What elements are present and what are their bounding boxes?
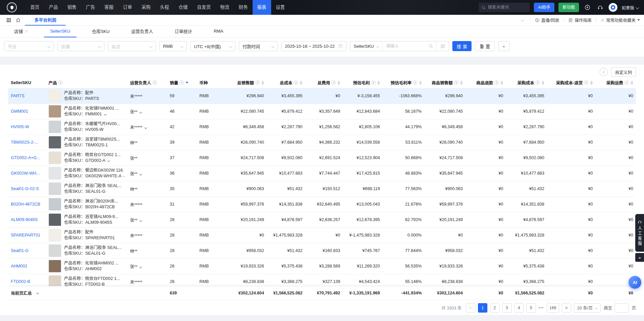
timezone-select[interactable]: UTC +8(中国)	[190, 41, 235, 51]
product-thumbnail[interactable]	[49, 151, 61, 164]
download-icon[interactable]	[583, 3, 592, 12]
product-thumbnail[interactable]	[49, 120, 61, 133]
pagination-ellipsis[interactable]: •••	[539, 306, 544, 310]
global-search[interactable]	[479, 3, 530, 12]
sorter-icon[interactable]	[377, 81, 380, 85]
help-icon[interactable]: ?	[536, 80, 540, 85]
collapse-sidebar-button[interactable]: »	[635, 253, 644, 262]
nav-item-orders[interactable]: 订单	[118, 0, 137, 15]
sorter-icon[interactable]	[501, 81, 503, 85]
product-thumbnail[interactable]	[49, 244, 61, 257]
jump-page-input[interactable]	[615, 303, 629, 313]
nav-item-settings[interactable]: 设置	[271, 0, 290, 15]
sku-link[interactable]: GK002W-WH...	[11, 171, 40, 176]
home-icon[interactable]	[13, 15, 23, 25]
page-button-3[interactable]: 3	[502, 303, 512, 313]
page-button-166[interactable]: 166	[547, 303, 559, 313]
new-features-button[interactable]: 新功能	[558, 3, 579, 12]
version-switcher[interactable]: 如意版	[621, 4, 639, 11]
sorter-icon[interactable]	[337, 81, 340, 85]
tab-multi-platform-profit[interactable]: 多平台利润	[25, 15, 66, 26]
nav-item-first-leg[interactable]: 头程	[155, 0, 174, 15]
subtab-shop[interactable]: 店铺☆	[8, 26, 35, 37]
nav-item-self-delivery[interactable]: 自发货	[192, 0, 216, 15]
help-icon[interactable]: ?	[371, 80, 376, 85]
subtab-order-stats[interactable]: 订单统计	[168, 26, 198, 37]
nav-item-finance[interactable]: 财务	[234, 0, 253, 15]
sku-link[interactable]: Seal01-G	[11, 248, 29, 253]
help-icon[interactable]: ?	[294, 80, 298, 85]
sku-link[interactable]: GMM001	[11, 109, 28, 114]
nav-item-sales[interactable]: 销售	[63, 0, 81, 15]
product-thumbnail[interactable]	[49, 198, 61, 211]
product-thumbnail[interactable]	[49, 182, 61, 195]
sorter-icon-active[interactable]	[186, 82, 188, 83]
sorter-icon[interactable]	[460, 81, 463, 85]
customize-columns-button[interactable]: 自定义列	[611, 67, 636, 77]
help-icon[interactable]: ?	[153, 80, 157, 85]
sorter-icon[interactable]	[419, 81, 422, 85]
avatar[interactable]	[609, 3, 617, 12]
collapse-chevron-icon[interactable]	[521, 19, 524, 22]
help-icon[interactable]: ?	[180, 80, 184, 85]
sku-link[interactable]: SPAREPART01	[11, 233, 40, 238]
sku-link[interactable]: HV005-W	[11, 124, 29, 129]
operator-chevron-icon[interactable]	[139, 219, 142, 222]
sorter-icon[interactable]	[590, 81, 593, 85]
reset-button[interactable]: 重置	[475, 41, 495, 51]
prev-page-button[interactable]: <	[466, 303, 475, 313]
sku-link[interactable]: TBM002S-2-...	[11, 140, 38, 145]
add-filter-button[interactable]: +	[498, 41, 510, 51]
help-icon[interactable]: ?	[255, 80, 260, 85]
help-icon[interactable]: ?	[624, 80, 629, 85]
sku-link[interactable]: GTD002-A+G...	[11, 155, 40, 160]
sorter-icon[interactable]	[300, 81, 302, 85]
ai-assistant-button[interactable]: AI助手	[534, 3, 554, 12]
help-icon[interactable]: ?	[58, 80, 63, 85]
warehouse-sku-chevron-icon[interactable]	[104, 113, 106, 115]
subtab-warehouse-sku[interactable]: 仓库SKU	[86, 26, 116, 37]
help-icon[interactable]: ?	[454, 80, 458, 85]
search-button[interactable]: 搜索	[452, 41, 472, 51]
search-type-select[interactable]: SellerSKU	[350, 41, 382, 51]
apps-grid-icon[interactable]	[4, 15, 13, 25]
product-thumbnail[interactable]	[49, 90, 61, 102]
date-range-picker[interactable]: 2025-10-16 ~ 2025-10-22	[281, 41, 347, 51]
page-button-4[interactable]: 4	[514, 303, 524, 313]
nav-item-reports[interactable]: 报表	[253, 0, 271, 15]
nav-item-product[interactable]: 产品	[44, 0, 63, 15]
headset-icon[interactable]	[596, 3, 605, 12]
product-thumbnail[interactable]	[49, 167, 61, 180]
sku-link[interactable]: AHM002	[11, 264, 27, 269]
page-button-1[interactable]: 1	[478, 303, 487, 313]
shop-select[interactable]: 店铺	[57, 41, 104, 51]
live-replay-link[interactable]: 直播/回放	[535, 17, 559, 23]
platform-select[interactable]: 平台	[4, 41, 54, 51]
next-page-button[interactable]: >	[562, 303, 571, 313]
favorites-menu[interactable]: ☆ 常用功能收藏夹	[601, 17, 640, 23]
help-icon[interactable]: ?	[584, 80, 588, 85]
sku-link[interactable]: Seal01-G-02-S	[11, 186, 39, 191]
guide-link[interactable]: 操作指南	[568, 17, 591, 23]
sku-link[interactable]: FTD002-B	[11, 279, 30, 284]
product-thumbnail[interactable]	[49, 275, 61, 286]
currency-select[interactable]: RMB	[159, 41, 187, 51]
nav-item-logistics[interactable]: 物流	[216, 0, 234, 15]
help-icon[interactable]: ?	[413, 80, 417, 85]
batch-input-icon[interactable]	[437, 41, 449, 51]
operator-chevron-icon[interactable]	[139, 111, 142, 113]
sorter-icon[interactable]	[631, 81, 633, 85]
product-thumbnail[interactable]	[49, 229, 61, 242]
sorter-icon[interactable]	[261, 81, 264, 85]
sku-link[interactable]: PARTS	[11, 94, 25, 98]
nav-item-home[interactable]: 首页	[26, 0, 44, 15]
customer-service-tab[interactable]: 人工客服	[635, 214, 644, 252]
help-icon[interactable]: ?	[494, 80, 499, 85]
app-logo[interactable]	[7, 2, 17, 12]
table-scroll-area[interactable]: SellerSKU产品?运营负责人?销量?币种总销售额?总成本?总费用?预估毛利…	[8, 77, 636, 286]
page-button-2[interactable]: 2	[490, 303, 500, 313]
favorite-star-icon[interactable]: ☆	[25, 29, 29, 34]
page-size-select[interactable]: 20 条/页	[574, 303, 601, 313]
help-icon[interactable]: ?	[331, 80, 336, 85]
operator-chevron-icon[interactable]	[139, 265, 142, 268]
